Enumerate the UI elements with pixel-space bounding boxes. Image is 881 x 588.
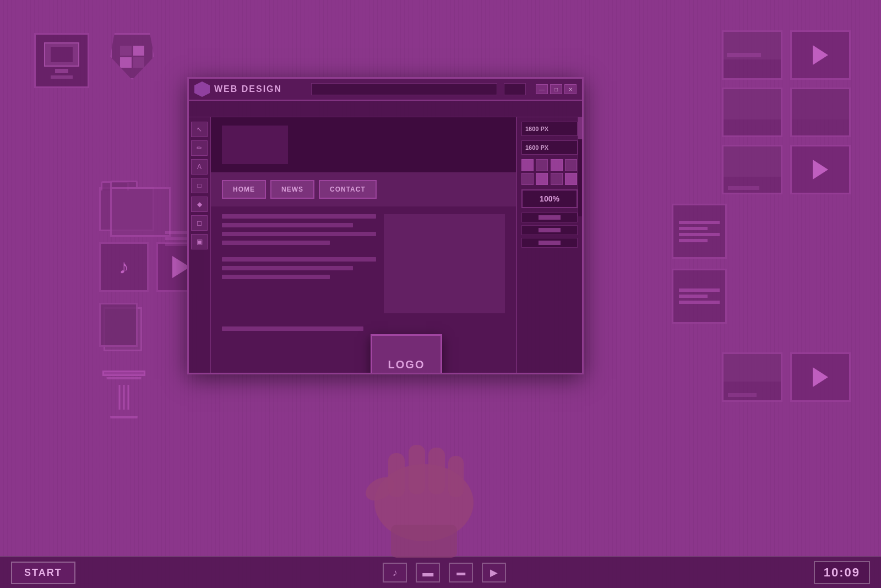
taskbar-folder-glyph: ▬ [422,567,433,579]
bottom-img-preview-1 [724,354,781,382]
maximize-button[interactable]: □ [550,84,562,94]
rect-tool[interactable]: □ [191,178,208,193]
right-img-3[interactable] [790,88,851,137]
right-video-1[interactable] [790,30,851,80]
url-bar[interactable] [311,83,497,95]
color-cell-8[interactable] [565,173,577,185]
vertical-scrollbar[interactable] [578,117,582,216]
shield-shape [110,33,154,80]
right-bottom-icons [722,352,851,402]
fill-tool[interactable]: ▣ [191,234,208,249]
bottom-img-line-1 [728,393,757,397]
folder-body [110,187,171,237]
music-icon[interactable]: ♪ [99,242,149,292]
monitor-screen-inner [51,47,73,62]
site-content [211,206,516,321]
size-field-1[interactable]: 1600 PX [521,122,578,136]
cursor-tool[interactable]: ↖ [191,122,208,137]
window-content: ↖ ✏ A □ ◆ ◻ ▣ HOME NEWS CONTACT [189,117,582,373]
img-preview-1 [724,32,781,59]
title-bar: WEB DESIGN — □ ✕ [189,79,582,101]
bottom-video-1[interactable] [790,352,851,402]
taskbar-play-icon[interactable]: ▶ [482,563,506,582]
minimize-button[interactable]: — [536,84,548,94]
monitor-icon[interactable] [34,33,89,88]
color-cell-7[interactable] [551,173,563,185]
slider-group [521,213,578,248]
img-preview-4 [724,146,781,177]
folder-icon-2[interactable] [110,187,171,237]
hand-svg [336,382,512,558]
right-doc-icons [672,204,727,324]
nav-home[interactable]: HOME [222,180,266,199]
window-controls: — □ ✕ [536,84,577,94]
logo-card[interactable]: LOGO [371,334,442,373]
svg-rect-3 [409,445,425,494]
img-desc-4 [728,186,759,190]
svg-rect-2 [388,453,405,497]
music-note: ♪ [119,255,129,279]
right-img-2[interactable] [722,88,782,137]
shield-cell-4 [133,57,145,68]
color-cell-2[interactable] [536,159,548,171]
color-cell-5[interactable] [521,173,534,185]
close-button[interactable]: ✕ [564,84,577,94]
play-btn-3 [813,367,828,387]
pen-tool[interactable]: ✏ [191,140,208,156]
files-icon[interactable] [99,303,149,352]
canvas-area: HOME NEWS CONTACT [211,117,516,373]
zoom-field[interactable]: 100% [521,189,578,208]
folder-tab [110,181,138,187]
deco-line-1 [165,231,187,234]
nav-news[interactable]: NEWS [270,180,314,199]
taskbar-window-glyph: ▬ [456,568,465,578]
site-navigation: HOME NEWS CONTACT [211,172,516,206]
color-cell-4[interactable] [565,159,577,171]
start-button[interactable]: START [11,562,75,584]
right-video-2[interactable] [790,145,851,194]
shield-cell-3 [120,57,132,68]
trash-lid [102,371,145,376]
color-cell-3[interactable] [551,159,563,171]
nav-contact[interactable]: CONTACT [319,180,377,199]
size-field-2[interactable]: 1600 PX [521,140,578,155]
title-bar-logo [194,81,210,97]
trash-line-1 [119,385,121,410]
doc-line-6 [679,295,708,298]
trash-body [105,377,143,418]
main-window[interactable]: WEB DESIGN — □ ✕ ↖ ✏ A □ ◆ ◻ ▣ [187,77,584,374]
shield-icon[interactable] [110,33,160,83]
play-btn-1 [813,45,828,65]
eraser-tool[interactable]: ◻ [191,215,208,231]
slider-3[interactable] [521,238,578,248]
doc-line-4 [679,239,708,242]
diamond-tool[interactable]: ◆ [191,197,208,212]
text-line-2 [222,223,353,227]
doc-icon-2[interactable] [672,269,727,324]
taskbar-music-icon[interactable]: ♪ [383,563,407,582]
doc-icon-1[interactable] [672,204,727,259]
trash-icon[interactable] [99,363,149,418]
right-img-1[interactable] [722,30,782,80]
svg-rect-5 [448,456,464,497]
taskbar-window-icon[interactable]: ▬ [449,563,473,582]
text-tool[interactable]: A [191,159,208,175]
taskbar-play-glyph: ▶ [490,567,498,579]
taskbar-folder-icon[interactable]: ▬ [416,563,440,582]
color-cell-6[interactable] [536,173,548,185]
right-img-4[interactable] [722,145,782,194]
bottom-img-1[interactable] [722,352,782,402]
slider-1[interactable] [521,213,578,222]
svg-rect-4 [428,448,445,494]
tool-panel: ↖ ✏ A □ ◆ ◻ ▣ [189,117,211,373]
doc-line-1 [679,221,720,224]
doc-line-2 [679,227,708,230]
scrollbar-thumb [578,117,583,139]
img-preview-2 [724,89,781,119]
site-footer [211,321,516,341]
color-cell-1[interactable] [521,159,534,171]
file-front [99,303,138,347]
window-title: WEB DESIGN [214,84,307,94]
slider-2[interactable] [521,225,578,235]
text-line-3 [222,232,376,236]
